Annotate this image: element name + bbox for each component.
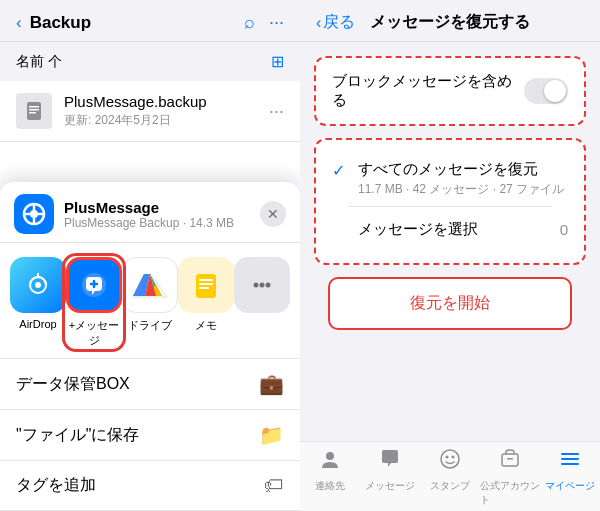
option-section-inner: ✓ すべてのメッセージを復元 11.7 MB · 42 メッセージ · 27 フ… — [316, 140, 584, 263]
svg-point-31 — [441, 450, 459, 468]
search-icon[interactable]: ⌕ — [244, 12, 255, 33]
plusmessage-label: +メッセージ — [66, 318, 122, 348]
checkmark-icon: ✓ — [332, 161, 348, 180]
select-count: 0 — [560, 221, 568, 238]
file-item[interactable]: PlusMessage.backup 更新: 2024年5月2日 ··· — [0, 81, 300, 142]
svg-rect-2 — [29, 109, 39, 111]
blocked-messages-toggle[interactable] — [524, 78, 568, 104]
file-info: PlusMessage.backup 更新: 2024年5月2日 — [64, 93, 269, 129]
back-chevron-icon: ‹ — [316, 14, 321, 32]
select-messages-label: メッセージを選択 — [358, 220, 560, 239]
backup-title: Backup — [30, 13, 236, 33]
svg-point-28 — [260, 283, 265, 288]
menu-item-add-tag[interactable]: タグを追加 🏷 — [0, 461, 300, 511]
drive-icon — [122, 257, 178, 313]
svg-point-5 — [30, 210, 38, 218]
right-header: ‹ 戻る メッセージを復元する — [300, 0, 600, 42]
all-messages-option[interactable]: ✓ すべてのメッセージを復元 11.7 MB · 42 メッセージ · 27 フ… — [332, 152, 568, 206]
restore-button[interactable]: 復元を開始 — [328, 277, 572, 330]
share-drive-item[interactable]: ドライブ — [122, 257, 178, 348]
storage-label: データ保管BOX — [16, 374, 259, 395]
share-more-item[interactable] — [234, 257, 290, 348]
share-app-name: PlusMessage — [64, 199, 260, 216]
option-text: すべてのメッセージを復元 11.7 MB · 42 メッセージ · 27 ファイ… — [358, 160, 568, 198]
left-panel: ‹ Backup ⌕ ··· 名前 个 ⊞ PlusMessage.backup — [0, 0, 300, 511]
share-icons-row: AirDrop +メッセージ — [0, 243, 300, 358]
tab-mypage[interactable]: マイページ — [540, 448, 600, 507]
airdrop-icon — [10, 257, 66, 313]
share-app-sub: PlusMessage Backup · 14.3 MB — [64, 216, 260, 230]
toggle-label: ブロックメッセージを含める — [332, 72, 524, 110]
tab-messages[interactable]: メッセージ — [360, 448, 420, 507]
add-tag-icon: 🏷 — [264, 474, 284, 497]
airdrop-label: AirDrop — [19, 318, 56, 330]
restore-btn-container: 復元を開始 — [314, 277, 586, 330]
tab-official-accounts[interactable]: 公式アカウント — [480, 448, 540, 507]
file-type-icon — [16, 93, 52, 129]
drive-label: ドライブ — [128, 318, 172, 333]
grid-view-icon[interactable]: ⊞ — [271, 52, 284, 71]
svg-rect-34 — [502, 454, 518, 466]
right-content: ブロックメッセージを含める ✓ すべてのメッセージを復元 11.7 MB · 4… — [300, 42, 600, 441]
svg-rect-0 — [27, 102, 41, 120]
right-back-button[interactable]: ‹ 戻る — [316, 12, 355, 33]
tab-stamps[interactable]: スタンプ — [420, 448, 480, 507]
svg-point-27 — [254, 283, 259, 288]
sort-bar: 名前 个 ⊞ — [0, 42, 300, 81]
tab-bar: 連絡先 メッセージ スタンプ — [300, 441, 600, 511]
sort-label[interactable]: 名前 个 — [16, 53, 62, 71]
left-header: ‹ Backup ⌕ ··· — [0, 0, 300, 42]
mypage-label: マイページ — [545, 479, 595, 493]
share-close-button[interactable]: ✕ — [260, 201, 286, 227]
svg-point-13 — [82, 273, 106, 297]
file-name: PlusMessage.backup — [64, 93, 269, 110]
all-messages-sub: 11.7 MB · 42 メッセージ · 27 ファイル — [358, 181, 568, 198]
contacts-label: 連絡先 — [315, 479, 345, 493]
select-messages-option[interactable]: ✓ メッセージを選択 0 — [332, 207, 568, 251]
svg-rect-3 — [29, 112, 36, 114]
svg-rect-26 — [199, 287, 209, 289]
storage-icon: 💼 — [259, 372, 284, 396]
back-chevron-icon: ‹ — [16, 13, 22, 33]
share-header: PlusMessage PlusMessage Backup · 14.3 MB… — [0, 182, 300, 243]
menu-item-storage[interactable]: データ保管BOX 💼 — [0, 359, 300, 410]
share-app-icon — [14, 194, 54, 234]
menu-item-save-files[interactable]: "ファイル"に保存 📁 — [0, 410, 300, 461]
share-app-info: PlusMessage PlusMessage Backup · 14.3 MB — [64, 199, 260, 230]
restore-title: メッセージを復元する — [370, 12, 530, 33]
messages-icon — [379, 448, 401, 476]
svg-rect-24 — [199, 279, 213, 281]
stamps-label: スタンプ — [430, 479, 470, 493]
all-messages-label: すべてのメッセージを復元 — [358, 160, 568, 179]
right-panel: ‹ 戻る メッセージを復元する ブロックメッセージを含める ✓ すべてのメッセー… — [300, 0, 600, 511]
save-files-label: "ファイル"に保存 — [16, 425, 259, 446]
svg-point-29 — [266, 283, 271, 288]
svg-rect-23 — [196, 274, 216, 298]
share-menu-items: データ保管BOX 💼 "ファイル"に保存 📁 タグを追加 🏷 — [0, 358, 300, 511]
back-button[interactable]: ‹ — [16, 13, 22, 33]
stamps-icon — [439, 448, 461, 476]
share-airdrop-item[interactable]: AirDrop — [10, 257, 66, 348]
svg-rect-1 — [29, 106, 39, 108]
add-tag-label: タグを追加 — [16, 475, 264, 496]
tab-contacts[interactable]: 連絡先 — [300, 448, 360, 507]
memo-label: メモ — [195, 318, 217, 333]
file-date: 更新: 2024年5月2日 — [64, 112, 269, 129]
back-label: 戻る — [323, 12, 355, 33]
share-sheet: PlusMessage PlusMessage Backup · 14.3 MB… — [0, 182, 300, 511]
save-files-icon: 📁 — [259, 423, 284, 447]
svg-rect-35 — [507, 458, 513, 460]
svg-point-11 — [35, 282, 41, 288]
official-accounts-label: 公式アカウント — [480, 479, 540, 507]
header-icons: ⌕ ··· — [244, 12, 284, 33]
mypage-icon — [559, 448, 581, 476]
svg-point-33 — [452, 456, 455, 459]
more-icon[interactable]: ··· — [269, 12, 284, 33]
options-section: ✓ すべてのメッセージを復元 11.7 MB · 42 メッセージ · 27 フ… — [314, 138, 586, 265]
file-more-icon[interactable]: ··· — [269, 101, 284, 122]
official-accounts-icon — [499, 448, 521, 476]
share-plusmessage-item[interactable]: +メッセージ — [66, 257, 122, 348]
toggle-section: ブロックメッセージを含める — [314, 56, 586, 126]
contacts-icon — [319, 448, 341, 476]
share-memo-item[interactable]: メモ — [178, 257, 234, 348]
